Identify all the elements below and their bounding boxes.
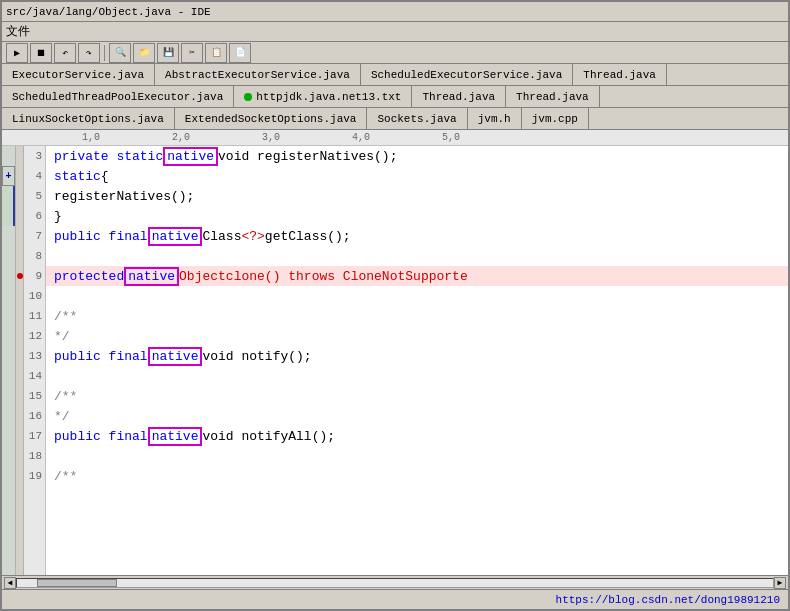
tab-thread-2[interactable]: Thread.java <box>412 86 506 108</box>
fold-gutter: + <box>2 146 16 575</box>
fold-18 <box>2 446 15 466</box>
fold-14 <box>2 366 15 386</box>
code-line-8 <box>46 246 788 266</box>
title-text: src/java/lang/Object.java - IDE <box>6 6 211 18</box>
kw-private-static: private static <box>54 149 163 164</box>
kw-public-final-13: public final <box>54 349 148 364</box>
tab-extended-socket[interactable]: ExtendedSocketOptions.java <box>175 108 368 130</box>
code-line-7: public final native Class<?> getClass(); <box>46 226 788 246</box>
tab-jvm-h[interactable]: jvm.h <box>468 108 522 130</box>
fold-16 <box>2 406 15 426</box>
tab-thread-1[interactable]: Thread.java <box>573 64 667 86</box>
tab-executor-service[interactable]: ExecutorService.java <box>2 64 155 86</box>
code-scroll-area[interactable]: + <box>2 146 788 575</box>
comment-16: */ <box>54 409 70 424</box>
tab-jvm-cpp[interactable]: jvm.cpp <box>522 108 589 130</box>
tab-dot <box>244 93 252 101</box>
fold-9 <box>2 266 15 286</box>
scroll-thumb[interactable] <box>37 579 117 587</box>
rest-9: clone() throws CloneNotSupporte <box>226 269 468 284</box>
kw-protected: protected <box>54 269 124 284</box>
menu-file[interactable]: 文件 <box>6 23 30 40</box>
fold-17 <box>2 426 15 446</box>
toolbar-btn-1[interactable]: ▶ <box>6 43 28 63</box>
ln-11: 11 <box>24 306 45 326</box>
bp-column <box>16 146 24 575</box>
bp-19 <box>16 466 23 486</box>
ln-10: 10 <box>24 286 45 306</box>
bp-8 <box>16 246 23 266</box>
toolbar-btn-7[interactable]: 💾 <box>157 43 179 63</box>
toolbar-btn-3[interactable]: ↶ <box>54 43 76 63</box>
separator <box>104 45 105 61</box>
kw-public-final: public final <box>54 229 148 244</box>
code-line-15: /** <box>46 386 788 406</box>
rest-3: void registerNatives(); <box>218 149 397 164</box>
code-line-9: protected native Object clone() throws C… <box>46 266 788 286</box>
toolbar-btn-4[interactable]: ↷ <box>78 43 100 63</box>
code-line-14 <box>46 366 788 386</box>
ruler: 1,0 2,0 3,0 4,0 5,0 <box>2 130 788 146</box>
kw-object: Object <box>179 269 226 284</box>
code-line-19: /** <box>46 466 788 486</box>
code-content[interactable]: private static native void registerNativ… <box>46 146 788 575</box>
ruler-2: 2,0 <box>136 132 226 143</box>
tab-sockets[interactable]: Sockets.java <box>367 108 467 130</box>
code-line-10 <box>46 286 788 306</box>
toolbar-btn-9[interactable]: 📋 <box>205 43 227 63</box>
tab-scheduled-executor[interactable]: ScheduledExecutorService.java <box>361 64 573 86</box>
ruler-5: 5,0 <box>406 132 496 143</box>
fold-6 <box>2 206 15 226</box>
tab-thread-3[interactable]: Thread.java <box>506 86 600 108</box>
tab-httpjdk[interactable]: httpjdk.java.net13.txt <box>234 86 412 108</box>
bp-12 <box>16 326 23 346</box>
status-bar: https://blog.csdn.net/dong19891210 <box>2 589 788 609</box>
kw-public-final-17: public final <box>54 429 148 444</box>
rest-7a: Class <box>202 229 241 244</box>
rest-7b: getClass(); <box>265 229 351 244</box>
static-open: static <box>54 169 101 184</box>
toolbar-btn-5[interactable]: 🔍 <box>109 43 131 63</box>
toolbar-btn-2[interactable]: ⏹ <box>30 43 52 63</box>
ruler-1: 1,0 <box>46 132 136 143</box>
ln-5: 5 <box>24 186 45 206</box>
toolbar-btn-10[interactable]: 📄 <box>229 43 251 63</box>
fold-10 <box>2 286 15 306</box>
toolbar-btn-6[interactable]: 📁 <box>133 43 155 63</box>
editor-body: 1,0 2,0 3,0 4,0 5,0 + <box>2 130 788 589</box>
menu-bar[interactable]: 文件 <box>2 22 788 42</box>
toolbar: ▶ ⏹ ↶ ↷ 🔍 📁 💾 ✂ 📋 📄 <box>2 42 788 64</box>
bp-6 <box>16 206 23 226</box>
ruler-3: 3,0 <box>226 132 316 143</box>
comment-19: /** <box>54 469 77 484</box>
scrollbar-h[interactable]: ◀ ▶ <box>2 575 788 589</box>
tab-abstract-executor[interactable]: AbstractExecutorService.java <box>155 64 361 86</box>
scroll-right-btn[interactable]: ▶ <box>774 577 786 589</box>
bp-5 <box>16 186 23 206</box>
ln-18: 18 <box>24 446 45 466</box>
native-hl-2: native <box>148 227 203 246</box>
fold-12 <box>2 326 15 346</box>
rest-17: void notifyAll(); <box>202 429 335 444</box>
bp-10 <box>16 286 23 306</box>
toolbar-btn-8[interactable]: ✂ <box>181 43 203 63</box>
bp-7 <box>16 226 23 246</box>
code-line-18 <box>46 446 788 466</box>
scroll-track[interactable] <box>16 578 774 588</box>
tab-row-1: ExecutorService.java AbstractExecutorSer… <box>2 64 788 86</box>
fold-5 <box>2 186 15 206</box>
bp-13 <box>16 346 23 366</box>
rest-13: void notify(); <box>202 349 311 364</box>
fold-7 <box>2 226 15 246</box>
fold-4[interactable]: + <box>2 166 15 186</box>
scroll-left-btn[interactable]: ◀ <box>4 577 16 589</box>
line-numbers: 3 4 5 6 7 8 9 10 11 12 13 14 15 16 17 18… <box>24 146 46 575</box>
tab-row-3: LinuxSocketOptions.java ExtendedSocketOp… <box>2 108 788 130</box>
native-hl-4: native <box>148 347 203 366</box>
bp-9 <box>16 266 23 286</box>
ruler-4: 4,0 <box>316 132 406 143</box>
native-hl-1: native <box>163 147 218 166</box>
tab-scheduled-thread-pool[interactable]: ScheduledThreadPoolExecutor.java <box>2 86 234 108</box>
bp-18 <box>16 446 23 466</box>
tab-linux-socket[interactable]: LinuxSocketOptions.java <box>2 108 175 130</box>
